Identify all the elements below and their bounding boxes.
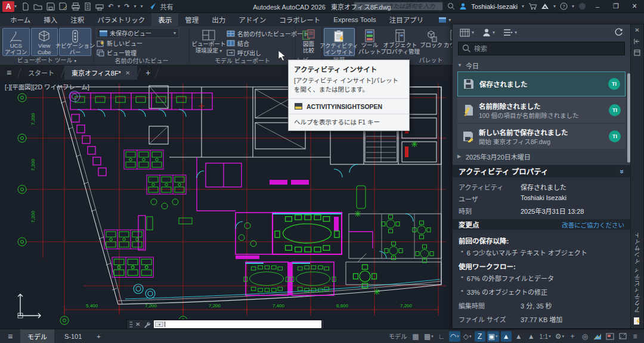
- isolate-objects-icon[interactable]: ◎: [580, 331, 590, 342]
- palette-close-icon[interactable]: ✕: [634, 27, 639, 33]
- cart-icon[interactable]: [528, 2, 537, 10]
- activity-item-purged[interactable]: 名前削除されました 100 個の項目が名前削除されました TI: [457, 98, 626, 123]
- user-caret-icon[interactable]: ▾: [522, 4, 524, 9]
- tab-output[interactable]: 出力: [205, 13, 232, 26]
- view-dropdown[interactable]: 未保存のビュー▾: [97, 28, 179, 38]
- tab-annotate[interactable]: 注釈: [64, 13, 91, 26]
- tab-featured-apps[interactable]: 注目アプリ: [383, 13, 431, 26]
- tab-view[interactable]: 表示: [151, 13, 178, 26]
- annotation-scale-icon[interactable]: ▲: [526, 331, 537, 342]
- autodesk-logo-icon[interactable]: [541, 3, 549, 10]
- grid-display-toggle[interactable]: ▦: [410, 331, 421, 342]
- user-icon[interactable]: [459, 2, 467, 10]
- viewcube-button[interactable]: ViewCube: [31, 28, 58, 56]
- model-space-button[interactable]: モデル: [387, 331, 408, 342]
- collapse-section-icon[interactable]: »: [618, 169, 627, 173]
- new-view-button[interactable]: 新しいビュー: [97, 39, 187, 48]
- palette-vertical-title[interactable]: アクティビティ インサイト: [633, 232, 642, 313]
- open-folder-icon[interactable]: [33, 2, 42, 11]
- object-properties-button[interactable]: オブジェクトプロパティ管理: [382, 28, 419, 56]
- model-tab[interactable]: モデル: [20, 329, 54, 343]
- qat-customize-icon[interactable]: ▾: [140, 4, 143, 9]
- drawing-compare-button[interactable]: 図面比較: [298, 28, 319, 56]
- command-wrench-icon[interactable]: [143, 321, 151, 328]
- share-icon[interactable]: [147, 2, 156, 10]
- ribbon-display-toggle[interactable]: ▾: [438, 13, 451, 26]
- plot-icon[interactable]: [72, 2, 80, 11]
- viewport-config-button[interactable]: ビューポート 環境設定 ▾: [192, 28, 225, 56]
- help-caret-icon[interactable]: ▾: [572, 4, 574, 9]
- object-snap-tracking-toggle[interactable]: Z: [475, 331, 485, 342]
- autodesk-caret-icon[interactable]: ▾: [553, 4, 556, 9]
- close-tab-icon[interactable]: ✕: [125, 70, 130, 76]
- user-filter-button[interactable]: ▾: [482, 28, 495, 37]
- activity-search-input[interactable]: [458, 42, 625, 55]
- annotation-visibility-toggle[interactable]: ▲: [501, 331, 512, 342]
- object-snap-toggle[interactable]: ▣▾: [487, 331, 499, 342]
- panel-label-viewport-tools[interactable]: ビューポート ツール ▾: [0, 57, 94, 66]
- autoscale-toggle[interactable]: ▲: [513, 331, 524, 342]
- viewport-controls-label[interactable]: [-][平面図][2D ワイヤフレーム]: [5, 82, 89, 91]
- fullscreen-icon[interactable]: [617, 331, 628, 342]
- activity-item-saved-as[interactable]: 新しい名前で保存されました 開始 東京オフィス8F.dwg TI: [457, 124, 626, 149]
- command-close-icon[interactable]: ✕: [135, 321, 140, 328]
- panel-label-model-viewports[interactable]: モデル ビューポート: [190, 57, 295, 66]
- redo-icon[interactable]: ↷: [124, 2, 129, 10]
- date-filter-button[interactable]: ▾: [460, 28, 474, 37]
- workspace-gear-icon[interactable]: ⚙▾: [554, 331, 565, 342]
- today-group-row[interactable]: ▼ 今日: [457, 59, 626, 71]
- app-menu-caret-icon[interactable]: ▾: [14, 4, 17, 9]
- clean-screen-icon[interactable]: [605, 331, 615, 342]
- tool-palettes-button[interactable]: ツールパレット: [359, 28, 380, 56]
- save-as-icon[interactable]: [59, 2, 67, 11]
- view-manager-button[interactable]: ビュー管理: [97, 48, 187, 57]
- activity-insights-button[interactable]: アクティビティインサイト: [324, 28, 355, 56]
- older-group-row[interactable]: ▶ 2025年3月20日木曜日: [457, 150, 626, 163]
- redo-caret-icon[interactable]: ▾: [134, 4, 136, 9]
- command-line-bar[interactable]: ✕ ▾: [126, 319, 324, 329]
- tab-express-tools[interactable]: Express Tools: [327, 13, 382, 26]
- command-input[interactable]: ▾: [154, 320, 321, 328]
- search-icon[interactable]: [447, 2, 455, 10]
- tab-insert[interactable]: 挿入: [37, 13, 64, 26]
- annotation-monitor-icon[interactable]: +: [567, 331, 578, 342]
- polar-tracking-toggle[interactable]: ◠▾: [449, 331, 460, 342]
- feedback-link[interactable]: 改善にご協力ください: [562, 220, 624, 229]
- blocks-button[interactable]: ブロック: [420, 28, 442, 56]
- tab-collaborate[interactable]: コラボレート: [273, 13, 327, 26]
- navigation-bar-button[interactable]: ナビゲーションバー: [59, 28, 91, 56]
- file-tabs-menu-icon[interactable]: ≡: [0, 66, 18, 80]
- graphics-performance-icon[interactable]: [592, 331, 603, 342]
- annotation-scale-value[interactable]: 1:1▾: [538, 331, 552, 342]
- tab-home[interactable]: ホーム: [4, 13, 37, 26]
- customization-icon[interactable]: ≡: [630, 331, 640, 342]
- restore-button[interactable]: ❐: [609, 1, 623, 13]
- auto-hide-icon[interactable]: [634, 38, 640, 45]
- print-icon[interactable]: [95, 2, 104, 11]
- refresh-icon[interactable]: [614, 28, 623, 37]
- save-icon[interactable]: [47, 2, 55, 11]
- snap-mode-toggle[interactable]: ▩▾: [423, 331, 435, 342]
- share-label[interactable]: 共有: [160, 2, 174, 11]
- layout-menu-icon[interactable]: ≡: [0, 332, 20, 341]
- new-file-icon[interactable]: [21, 2, 29, 11]
- publish-icon[interactable]: [84, 2, 91, 11]
- notification-icon[interactable]: [578, 2, 586, 10]
- undo-caret-icon[interactable]: ▾: [117, 4, 120, 9]
- user-name[interactable]: Toshiaki-Isezaki: [471, 3, 518, 10]
- palette-scrollbar[interactable]: [627, 73, 630, 163]
- command-grip-icon[interactable]: [129, 321, 132, 328]
- tab-addins[interactable]: アドイン: [232, 13, 273, 26]
- event-filter-button[interactable]: ▾: [503, 29, 517, 36]
- new-drawing-tab-button[interactable]: +: [140, 66, 156, 80]
- help-icon[interactable]: ?: [560, 2, 568, 10]
- isometric-drafting-toggle[interactable]: ◇▾: [462, 331, 473, 342]
- ortho-mode-toggle[interactable]: ∟: [436, 331, 447, 342]
- minimize-button[interactable]: –: [590, 1, 605, 13]
- help-search-input[interactable]: [354, 2, 443, 11]
- tab-manage[interactable]: 管理: [178, 13, 205, 26]
- activity-item-saved[interactable]: 保存されました TI: [457, 71, 626, 96]
- tab-parametric[interactable]: パラメトリック: [91, 13, 151, 26]
- activity-properties-header[interactable]: アクティビティ プロパティ »: [453, 165, 630, 177]
- ucs-icon-button[interactable]: UCSアイコン: [2, 28, 30, 56]
